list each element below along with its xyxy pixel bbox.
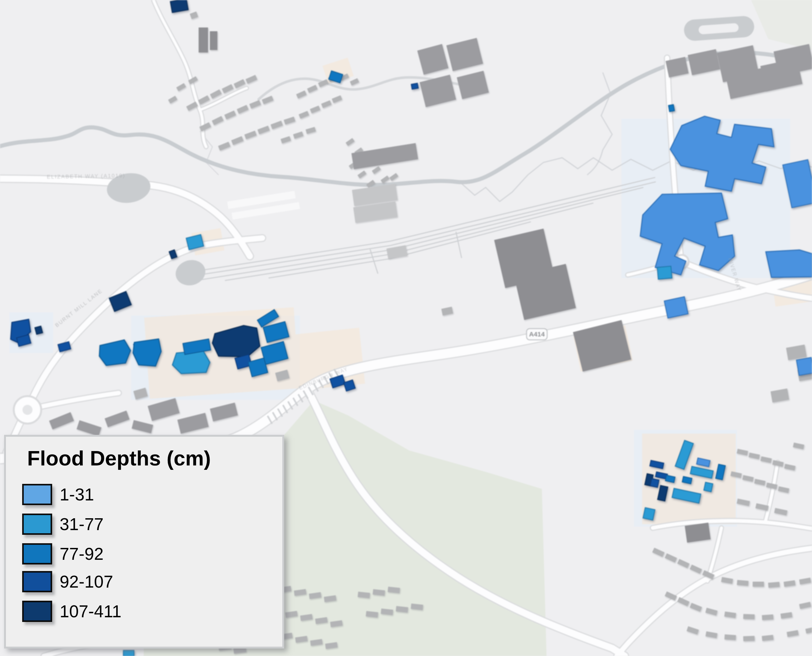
legend-swatch-31-77	[22, 514, 52, 535]
legend-row: 92-107	[6, 571, 282, 593]
legend-row: 1-31	[6, 484, 282, 506]
legend-row: 107-411	[6, 601, 282, 623]
legend-row: 31-77	[6, 514, 282, 535]
legend-label: 1-31	[60, 484, 94, 504]
legend-title: Flood Depths (cm)	[27, 446, 211, 470]
legend-row: 77-92	[6, 543, 282, 565]
legend-swatch-92-107	[22, 571, 52, 592]
flood-map-screenshot: ELIZABETH WAY (A1019)BURNT MILL LANEEDIN…	[0, 0, 812, 656]
legend-label: 92-107	[60, 572, 113, 592]
legend-label: 107-411	[60, 601, 122, 621]
legend-swatch-1-31	[22, 484, 52, 505]
legend-label: 77-92	[60, 544, 104, 564]
flood-depth-legend: Flood Depths (cm) 1-31 31-77 77-92 92-10…	[4, 435, 284, 648]
legend-swatch-107-411	[22, 601, 52, 622]
svg-text:A414: A414	[529, 331, 545, 338]
legend-swatch-77-92	[22, 543, 52, 565]
legend-label: 31-77	[60, 514, 104, 534]
